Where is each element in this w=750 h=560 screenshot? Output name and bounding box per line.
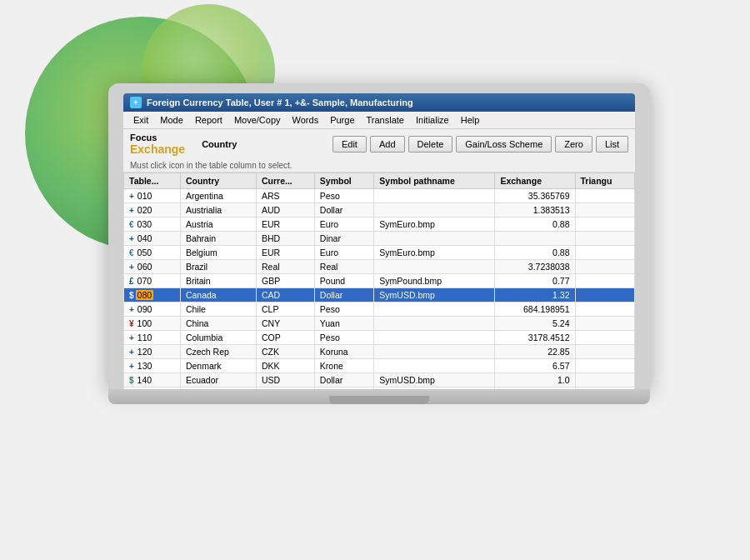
menu-purge[interactable]: Purge — [325, 113, 359, 127]
currency-cell: USD — [257, 373, 315, 388]
table-row[interactable]: +110ColumbiaCOPPeso3178.4512 — [124, 331, 635, 345]
symbol-cell: Dinar — [314, 232, 373, 246]
pathname-cell — [374, 302, 495, 317]
exchange-cell: 5.24 — [495, 317, 575, 331]
currency-cell: COP — [257, 331, 315, 345]
currency-cell: CNY — [257, 317, 315, 331]
add-button[interactable]: Add — [370, 136, 405, 152]
icon-cell[interactable]: +120 — [124, 345, 181, 359]
country-label: Country — [202, 139, 237, 149]
table-row[interactable]: +040BahrainBHDDinar — [124, 232, 635, 246]
exchange-cell: 35.365769 — [495, 189, 575, 203]
col-header-currency: Curre... — [257, 173, 315, 189]
icon-cell[interactable]: €030 — [124, 218, 181, 232]
currency-cell: ARS — [257, 189, 315, 203]
exchange-label: Exchange — [130, 142, 185, 156]
country-cell: Britain — [180, 274, 256, 288]
laptop-container: + Foreign Currency Table, User # 1, +&- … — [108, 83, 650, 404]
pathname-cell — [374, 260, 495, 274]
menu-exit[interactable]: Exit — [128, 113, 153, 127]
table-row[interactable]: €050BelgiumEUREuroSymEuro.bmp0.88 — [124, 246, 635, 260]
triangu-cell — [575, 203, 635, 218]
exchange-cell: 1.32 — [495, 288, 575, 302]
triangu-cell — [575, 359, 635, 373]
app-window: + Foreign Currency Table, User # 1, +&- … — [123, 93, 635, 389]
menu-report[interactable]: Report — [190, 113, 228, 127]
menu-mode[interactable]: Mode — [155, 113, 188, 127]
triangu-cell — [575, 218, 635, 232]
pathname-cell — [374, 189, 495, 203]
laptop-base — [108, 389, 650, 404]
exchange-cell: 0.77 — [495, 274, 575, 288]
menu-initialize[interactable]: Initialize — [411, 113, 454, 127]
exchange-cell: 0.88 — [495, 218, 575, 232]
col-header-pathname: Symbol pathname — [374, 173, 495, 189]
icon-cell[interactable]: €050 — [124, 246, 181, 260]
symbol-cell: Peso — [314, 189, 373, 203]
gainloss-button[interactable]: Gain/Loss Scheme — [456, 136, 552, 152]
icon-cell[interactable]: $140 — [124, 373, 181, 388]
table-header-row: Table... Country Curre... Symbol Symbol … — [124, 173, 635, 189]
menu-translate[interactable]: Translate — [362, 113, 409, 127]
zero-button[interactable]: Zero — [555, 136, 592, 152]
list-button[interactable]: List — [596, 136, 628, 152]
country-cell: Argentina — [180, 189, 256, 203]
laptop-bezel: + Foreign Currency Table, User # 1, +&- … — [108, 83, 650, 389]
table-row[interactable]: +010ArgentinaARSPeso35.365769 — [124, 189, 635, 203]
table-row[interactable]: +060BrazilRealReal3.7238038 — [124, 260, 635, 274]
menu-help[interactable]: Help — [456, 113, 485, 127]
table-wrapper: Table... Country Curre... Symbol Symbol … — [123, 172, 635, 389]
country-cell: Austria — [180, 218, 256, 232]
pathname-cell — [374, 232, 495, 246]
pathname-cell: SymUSD.bmp — [374, 288, 495, 302]
country-cell: Columbia — [180, 331, 256, 345]
country-cell: Belgium — [180, 246, 256, 260]
pathname-cell — [374, 203, 495, 218]
table-row[interactable]: +130DenmarkDKKKrone6.57 — [124, 359, 635, 373]
pathname-cell: SymEuro.bmp — [374, 246, 495, 260]
triangu-cell — [575, 331, 635, 345]
title-bar: + Foreign Currency Table, User # 1, +&- … — [123, 93, 635, 112]
icon-cell[interactable]: +020 — [124, 203, 181, 218]
pathname-cell — [374, 317, 495, 331]
icon-cell[interactable]: +110 — [124, 331, 181, 345]
icon-cell[interactable]: $080 — [124, 288, 181, 302]
app-icon: + — [130, 97, 142, 108]
icon-cell[interactable]: +060 — [124, 260, 181, 274]
delete-button[interactable]: Delete — [408, 136, 453, 152]
table-row[interactable]: £070BritainGBPPoundSymPound.bmp0.77 — [124, 274, 635, 288]
icon-cell[interactable]: ¥100 — [124, 317, 181, 331]
symbol-cell: Dollar — [314, 288, 373, 302]
exchange-cell: 684.198951 — [495, 302, 575, 317]
edit-button[interactable]: Edit — [332, 136, 367, 152]
table-row[interactable]: +120Czech RepCZKKoruna22.85 — [124, 345, 635, 359]
icon-cell[interactable]: +090 — [124, 302, 181, 317]
symbol-cell: Euro — [314, 246, 373, 260]
country-section: Country — [202, 139, 237, 149]
menu-words[interactable]: Words — [288, 113, 324, 127]
triangu-cell — [575, 345, 635, 359]
triangu-cell — [575, 232, 635, 246]
menu-movecopy[interactable]: Move/Copy — [229, 113, 286, 127]
pathname-cell — [374, 345, 495, 359]
icon-cell[interactable]: +010 — [124, 189, 181, 203]
symbol-cell: Peso — [314, 302, 373, 317]
currency-cell: EUR — [257, 246, 315, 260]
table-row[interactable]: $080CanadaCADDollarSymUSD.bmp1.32 — [124, 288, 635, 302]
icon-cell[interactable]: £070 — [124, 274, 181, 288]
table-row[interactable]: +020AustrialiaAUDDollar1.383513 — [124, 203, 635, 218]
country-cell: Brazil — [180, 260, 256, 274]
table-row[interactable]: ¥100ChinaCNYYuan5.24 — [124, 317, 635, 331]
exchange-cell — [495, 232, 575, 246]
currency-cell: EUR — [257, 218, 315, 232]
icon-cell[interactable]: +130 — [124, 359, 181, 373]
triangu-cell — [575, 274, 635, 288]
table-row[interactable]: €030AustriaEUREuroSymEuro.bmp0.88 — [124, 218, 635, 232]
table-row[interactable]: $140EcuadorUSDDollarSymUSD.bmp1.0 — [124, 373, 635, 388]
pathname-cell — [374, 331, 495, 345]
col-header-triangu: Triangu — [575, 173, 635, 189]
table-row[interactable]: +090ChileCLPPeso684.198951 — [124, 302, 635, 317]
currency-cell: AUD — [257, 203, 315, 218]
triangu-cell — [575, 260, 635, 274]
icon-cell[interactable]: +040 — [124, 232, 181, 246]
